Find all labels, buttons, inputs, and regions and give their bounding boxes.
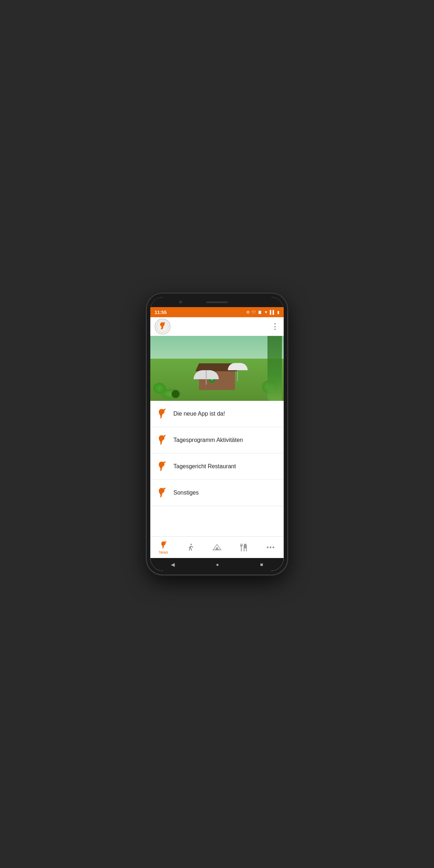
app-header: ⋮ [150, 317, 284, 336]
news-icon-4 [155, 486, 168, 499]
bottom-navigation: News [150, 536, 284, 558]
news-title-4: Sonstiges [173, 490, 199, 496]
nav-item-activities[interactable] [177, 537, 204, 558]
news-item-2[interactable]: Tagesprogramm Aktivitäten [150, 427, 284, 453]
news-title-3: Tagesgericht Restaurant [173, 463, 236, 470]
volume-button [287, 344, 288, 358]
shield-icon: 🛡 [252, 310, 256, 314]
status-icons: ⚙ 🛡 📋 ▼ ▌▌ ▮ [246, 310, 279, 315]
news-icon-3 [155, 460, 168, 473]
horse-icon-2 [156, 434, 168, 446]
horse-icon-3 [156, 460, 168, 473]
horse-icon-4 [156, 487, 168, 499]
logo-area [155, 319, 170, 335]
nav-item-restaurant[interactable] [230, 537, 257, 558]
phone-screen: 11:55 ⚙ 🛡 📋 ▼ ▌▌ ▮ [150, 297, 284, 571]
news-title-2: Tagesprogramm Aktivitäten [173, 437, 243, 443]
nav-item-camp[interactable] [204, 537, 230, 558]
hero-image: i [150, 336, 284, 401]
news-list: Die neue App ist da! Tagesprogramm Aktiv… [150, 401, 284, 536]
recents-button[interactable]: ■ [260, 562, 263, 567]
second-umbrella [228, 363, 248, 381]
more-dots-icon [267, 546, 274, 548]
svg-point-1 [190, 544, 192, 545]
phone-notch [150, 297, 284, 307]
horse-icon-1 [156, 408, 168, 420]
nav-item-news[interactable]: News [150, 537, 177, 558]
news-icon-1 [155, 407, 168, 420]
front-camera [179, 301, 182, 304]
back-button[interactable]: ◀ [171, 562, 175, 567]
nav-runner-icon [186, 543, 195, 552]
wifi-icon: ▼ [264, 310, 268, 314]
nav-tent-icon [212, 543, 222, 552]
settings-icon: ⚙ [246, 310, 250, 315]
signal-icon: ▌▌ [270, 310, 275, 314]
news-icon-2 [155, 434, 168, 447]
content-spacer [150, 506, 284, 535]
nav-horse-icon [159, 540, 168, 550]
earpiece-speaker [206, 301, 228, 303]
status-bar: 11:55 ⚙ 🛡 📋 ▼ ▌▌ ▮ [150, 307, 284, 317]
hero-sky [150, 336, 284, 362]
home-button[interactable]: ● [216, 562, 219, 567]
logo-circle [155, 319, 170, 335]
news-item-3[interactable]: Tagesgericht Restaurant [150, 453, 284, 480]
phone-device: 11:55 ⚙ 🛡 📋 ▼ ▌▌ ▮ [147, 293, 287, 575]
battery-icon: ▮ [277, 310, 279, 315]
android-navigation-bar: ◀ ● ■ [150, 558, 284, 571]
news-title-1: Die neue App ist da! [173, 411, 225, 417]
logo-image [156, 320, 169, 333]
nav-label-news: News [159, 550, 168, 554]
umbrella-pole [206, 370, 207, 385]
trees-right [267, 336, 282, 401]
news-item-4[interactable]: Sonstiges [150, 480, 284, 506]
flower-pot [170, 390, 181, 397]
patio-umbrella [194, 370, 219, 385]
nav-cutlery-icon [239, 543, 248, 552]
nav-item-more[interactable] [257, 537, 284, 558]
overflow-menu-button[interactable]: ⋮ [271, 322, 279, 331]
status-time: 11:55 [155, 310, 167, 315]
news-item-1[interactable]: Die neue App ist da! [150, 401, 284, 427]
clipboard-icon: 📋 [257, 310, 262, 315]
